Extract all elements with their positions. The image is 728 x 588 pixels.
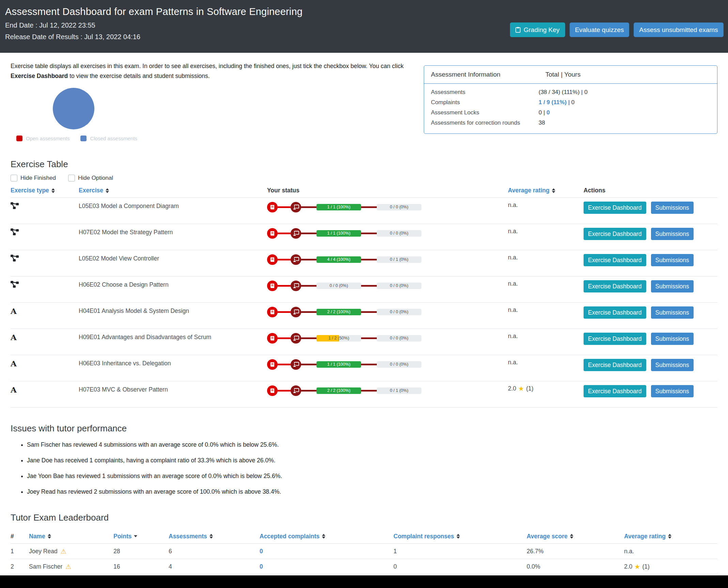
hide-optional-checkbox[interactable]	[68, 175, 75, 181]
issue-item: Joey Read has reviewed 2 submissions wit…	[27, 488, 717, 495]
exercise-dashboard-button[interactable]: Exercise Dashboard	[584, 359, 646, 371]
exercise-type-cell: A	[11, 385, 79, 394]
progress-round1[interactable]: 1 / 1 (100%)	[316, 204, 361, 210]
progress-round1[interactable]: 1 / 2 (50%)	[316, 335, 361, 341]
summary-book-icon	[267, 333, 278, 344]
column-header-assessments[interactable]: Assessments	[169, 533, 260, 540]
exercise-type-cell: A	[11, 306, 79, 315]
submissions-button[interactable]: Submissions	[651, 202, 694, 214]
text-exercise-icon: A	[11, 306, 17, 316]
exercise-dashboard-button[interactable]: Exercise Dashboard	[584, 333, 646, 345]
progress-round1[interactable]: 1 / 1 (100%)	[316, 230, 361, 237]
submissions-button[interactable]: Submissions	[651, 306, 694, 319]
accepted-complaints-link[interactable]: 0	[260, 563, 393, 570]
submissions-button[interactable]: Submissions	[651, 333, 694, 345]
exercise-dashboard-button[interactable]: Exercise Dashboard	[584, 202, 646, 214]
column-header-your-status: Your status	[267, 187, 508, 194]
progress-round2[interactable]: 0 / 0 (0%)	[377, 361, 421, 368]
progress-label: 0 / 1 (0%)	[377, 387, 421, 394]
sort-icon	[456, 534, 460, 539]
average-rating: n.a.	[508, 359, 584, 366]
status-connector	[278, 364, 291, 365]
column-header-average-rating[interactable]: Average rating	[508, 187, 584, 194]
intro-text-bold: Exercise Dashboard	[11, 73, 68, 79]
info-value-link[interactable]: 1 / 9 (11%)	[539, 99, 567, 106]
column-header-points[interactable]: Points	[113, 533, 169, 540]
progress-label: 1 / 2 (50%)	[316, 335, 361, 341]
progress-round2[interactable]: 0 / 0 (0%)	[377, 204, 421, 210]
modeling-exercise-icon	[11, 283, 19, 289]
points: 28	[113, 548, 169, 555]
submissions-button[interactable]: Submissions	[651, 280, 694, 292]
column-header-name[interactable]: Name	[29, 533, 113, 540]
average-rating: n.a.	[508, 280, 584, 287]
sort-up-arrow	[51, 188, 55, 190]
summary-book-icon	[267, 385, 278, 396]
progress-round2[interactable]: 0 / 0 (0%)	[377, 230, 421, 237]
hide-finished-checkbox[interactable]	[11, 175, 17, 181]
hide-finished-label: Hide Finished	[20, 175, 56, 181]
sort-icon	[106, 188, 109, 193]
modeling-exercise-icon	[11, 205, 19, 210]
column-header-exercise-type[interactable]: Exercise type	[11, 187, 79, 194]
column-header-complaint-responses[interactable]: Complaint responses	[393, 533, 527, 540]
sort-icon	[48, 534, 51, 539]
accepted-complaints-link[interactable]: 0	[260, 548, 393, 555]
submissions-button[interactable]: Submissions	[651, 254, 694, 266]
actions-cell: Exercise DashboardSubmissions	[584, 306, 717, 319]
grading-key-label: Grading Key	[524, 26, 560, 34]
exercise-name: H07E03 MVC & Observer Pattern	[79, 385, 267, 393]
exercise-dashboard-button[interactable]: Exercise Dashboard	[584, 280, 646, 292]
info-value-link[interactable]: 0	[546, 109, 549, 116]
exercise-name: H07E02 Model the Strategy Pattern	[79, 228, 267, 236]
column-header-accepted-complaints[interactable]: Accepted complaints	[260, 533, 393, 540]
progress-round2[interactable]: 0 / 1 (0%)	[377, 387, 421, 394]
modeling-exercise-icon	[11, 257, 19, 263]
progress-round1[interactable]: 2 / 2 (100%)	[316, 309, 361, 315]
progress-label: 0 / 0 (0%)	[377, 230, 421, 237]
tutor-training-icon	[291, 385, 301, 396]
exercise-row: L05E03 Model a Component Diagram1 / 1 (1…	[11, 198, 717, 224]
actions-cell: Exercise DashboardSubmissions	[584, 280, 717, 292]
filter-hide-finished: Hide Finished	[11, 175, 56, 181]
column-header-average-score[interactable]: Average score	[527, 533, 624, 540]
submissions-button[interactable]: Submissions	[651, 385, 694, 397]
progress-round2[interactable]: 0 / 0 (0%)	[377, 283, 421, 289]
average-rating-value: n.a.	[508, 333, 518, 340]
modeling-exercise-icon	[11, 231, 19, 237]
leaderboard-header: #NamePointsAssessmentsAccepted complaint…	[11, 529, 717, 544]
column-header-exercise[interactable]: Exercise	[79, 187, 267, 194]
main-content: Exercise table displays all exercises in…	[0, 61, 728, 588]
assess-unsubmitted-button[interactable]: Assess unsubmitted exams	[634, 22, 723, 37]
column-header-label: Exercise	[79, 187, 103, 194]
progress-round2[interactable]: 0 / 1 (0%)	[377, 256, 421, 263]
progress-round1[interactable]: 0 / 0 (0%)	[316, 283, 361, 289]
exercise-dashboard-button[interactable]: Exercise Dashboard	[584, 228, 646, 240]
tutor-name: Joey Read	[29, 548, 58, 555]
status-connector	[278, 337, 291, 339]
intro-text-after: to view the exercise details and student…	[68, 73, 210, 79]
exercise-dashboard-button[interactable]: Exercise Dashboard	[584, 385, 646, 397]
evaluate-quizzes-label: Evaluate quizzes	[575, 26, 624, 34]
progress-round1[interactable]: 4 / 4 (100%)	[316, 256, 361, 263]
legend-item-closed-assessments[interactable]: Closed assessments	[80, 136, 137, 141]
grading-key-button[interactable]: Grading Key	[510, 22, 565, 37]
exercise-dashboard-button[interactable]: Exercise Dashboard	[584, 306, 646, 319]
sort-down-arrow	[552, 191, 555, 193]
exercise-row: AH07E03 MVC & Observer Pattern2 / 2 (100…	[11, 381, 717, 408]
submissions-button[interactable]: Submissions	[651, 228, 694, 240]
submissions-button[interactable]: Submissions	[651, 359, 694, 371]
sort-up-arrow	[668, 534, 671, 536]
progress-round2[interactable]: 0 / 0 (0%)	[377, 335, 421, 341]
evaluate-quizzes-button[interactable]: Evaluate quizzes	[570, 22, 630, 37]
status-connector	[361, 390, 377, 392]
legend-item-open-assessments[interactable]: Open assessments	[16, 136, 69, 141]
progress-round1[interactable]: 1 / 1 (100%)	[316, 361, 361, 368]
column-header-average-rating[interactable]: Average rating	[624, 533, 717, 540]
info-label: Assessment Locks	[431, 109, 539, 116]
progress-round1[interactable]: 2 / 2 (100%)	[316, 387, 361, 394]
progress-round2[interactable]: 0 / 0 (0%)	[377, 309, 421, 315]
sort-down-arrow	[106, 191, 109, 193]
exercise-dashboard-button[interactable]: Exercise Dashboard	[584, 254, 646, 266]
exercise-table-filters: Hide FinishedHide Optional	[11, 175, 717, 181]
